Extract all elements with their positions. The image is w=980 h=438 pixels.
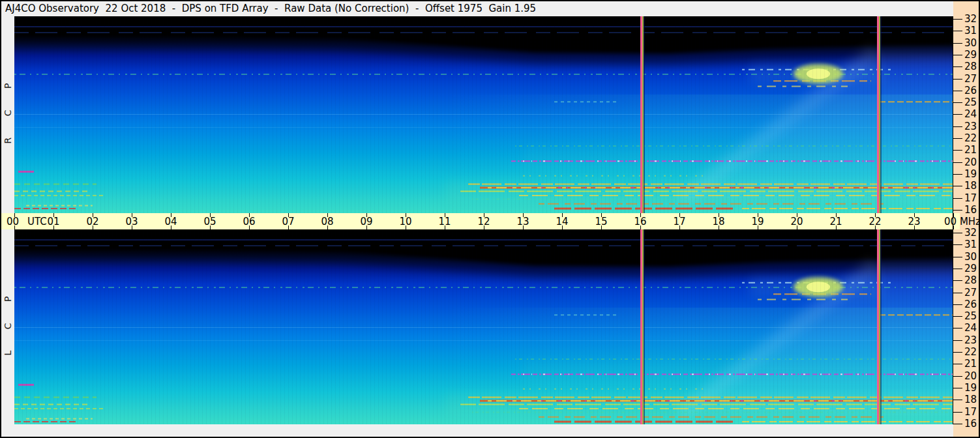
- time-axis-start-label: 00: [7, 216, 19, 226]
- freq-tick: [953, 364, 962, 364]
- freq-tick-label: 20: [964, 371, 977, 381]
- app-window: AJ4CO Observatory 22 Oct 2018 - DPS on T…: [0, 0, 980, 438]
- freq-tick: [953, 340, 962, 341]
- freq-tick-label: 17: [964, 407, 977, 416]
- freq-tick: [953, 352, 962, 353]
- hour-label: 10: [399, 216, 411, 226]
- freq-tick-label: 19: [964, 383, 977, 393]
- freq-tick-label: 17: [964, 193, 977, 203]
- freq-tick: [953, 55, 962, 55]
- freq-tick: [953, 316, 962, 317]
- freq-tick: [953, 293, 962, 293]
- freq-tick-label: 16: [964, 418, 977, 428]
- lcp-side-label: L C P: [1, 229, 14, 424]
- hour-label: 08: [321, 216, 333, 226]
- freq-tick: [953, 233, 962, 233]
- freq-tick-label: 23: [964, 121, 977, 131]
- lcp-panel: L C P: [1, 229, 953, 424]
- freq-tick-label: 21: [964, 359, 977, 369]
- freq-tick-label: 18: [964, 395, 977, 405]
- rcp-spectrogram[interactable]: [14, 16, 953, 213]
- title-bar: AJ4CO Observatory 22 Oct 2018 - DPS on T…: [1, 1, 953, 16]
- hour-label: 19: [751, 216, 764, 226]
- hour-label: 05: [203, 216, 216, 226]
- hour-tick: [953, 226, 954, 229]
- hour-label: 21: [829, 216, 842, 226]
- freq-tick-label: 28: [964, 276, 977, 285]
- hour-label: 14: [556, 216, 568, 226]
- frequency-axis-line: [953, 19, 953, 424]
- hour-label: 07: [282, 216, 294, 226]
- hour-label: 17: [673, 216, 685, 226]
- freq-tick: [953, 43, 962, 44]
- hour-label: 16: [634, 216, 646, 226]
- freq-tick-label: 27: [964, 74, 977, 83]
- freq-tick-label: 29: [964, 263, 977, 273]
- freq-tick: [953, 114, 962, 115]
- freq-tick-label: 20: [964, 157, 977, 167]
- freq-tick: [953, 102, 962, 103]
- hour-tick: [14, 226, 15, 229]
- freq-tick: [953, 31, 962, 31]
- freq-tick: [953, 198, 962, 199]
- freq-tick-label: 31: [964, 240, 977, 250]
- end-unit-text: MHz: [960, 215, 980, 227]
- end-hour-text: 00: [944, 215, 957, 227]
- freq-tick: [953, 328, 962, 328]
- hour-label: 18: [712, 216, 724, 226]
- time-axis: 00 UTC 00 MHz 01020304050607080910111213…: [1, 213, 960, 229]
- freq-tick: [953, 424, 962, 424]
- freq-tick-label: 26: [964, 299, 977, 309]
- hour-tick: [14, 213, 15, 217]
- freq-tick: [953, 388, 962, 388]
- freq-tick-label: 32: [964, 14, 977, 24]
- freq-tick-label: 16: [964, 205, 977, 214]
- freq-tick: [953, 150, 962, 151]
- hour-label: 12: [477, 216, 490, 226]
- hour-label: 20: [790, 216, 803, 226]
- freq-tick: [953, 79, 962, 80]
- time-axis-utc-label: UTC: [27, 216, 47, 226]
- freq-tick: [953, 126, 962, 127]
- hour-label: 01: [47, 216, 59, 226]
- freq-tick-label: 31: [964, 26, 977, 36]
- rcp-panel: R C P: [1, 16, 953, 213]
- freq-tick-label: 18: [964, 181, 977, 191]
- freq-tick-label: 24: [964, 323, 977, 333]
- freq-tick: [953, 210, 962, 211]
- freq-tick: [953, 257, 962, 257]
- freq-tick-label: 22: [964, 134, 977, 143]
- freq-tick: [953, 280, 962, 281]
- hour-label: 06: [243, 216, 255, 226]
- freq-tick-label: 26: [964, 85, 977, 95]
- freq-tick: [953, 19, 962, 20]
- lcp-side-label-text: L C P: [3, 287, 13, 355]
- lcp-spectrogram[interactable]: [14, 229, 953, 424]
- freq-tick: [953, 91, 962, 91]
- freq-tick-label: 25: [964, 98, 977, 108]
- hour-label: 13: [516, 216, 529, 226]
- hour-label: 23: [908, 216, 920, 226]
- freq-tick: [953, 244, 962, 245]
- hour-label: 22: [869, 216, 881, 226]
- freq-tick-label: 30: [964, 252, 977, 261]
- freq-tick-label: 28: [964, 62, 977, 72]
- freq-tick: [953, 186, 962, 186]
- freq-tick-label: 22: [964, 347, 977, 357]
- freq-tick: [953, 162, 962, 163]
- hour-label: 15: [595, 216, 607, 226]
- freq-tick-label: 19: [964, 169, 977, 179]
- freq-tick: [953, 269, 962, 269]
- freq-tick: [953, 400, 962, 400]
- hour-tick: [953, 213, 954, 217]
- freq-tick-label: 23: [964, 335, 977, 345]
- time-axis-end-label: 00 MHz: [944, 216, 980, 226]
- freq-tick-label: 21: [964, 145, 977, 155]
- freq-tick: [953, 412, 962, 413]
- rcp-side-label-text: R C P: [3, 74, 13, 144]
- freq-tick-label: 32: [964, 228, 977, 238]
- freq-tick: [953, 66, 962, 67]
- freq-tick-label: 30: [964, 38, 977, 48]
- hour-label: 09: [360, 216, 372, 226]
- hour-label: 04: [164, 216, 177, 226]
